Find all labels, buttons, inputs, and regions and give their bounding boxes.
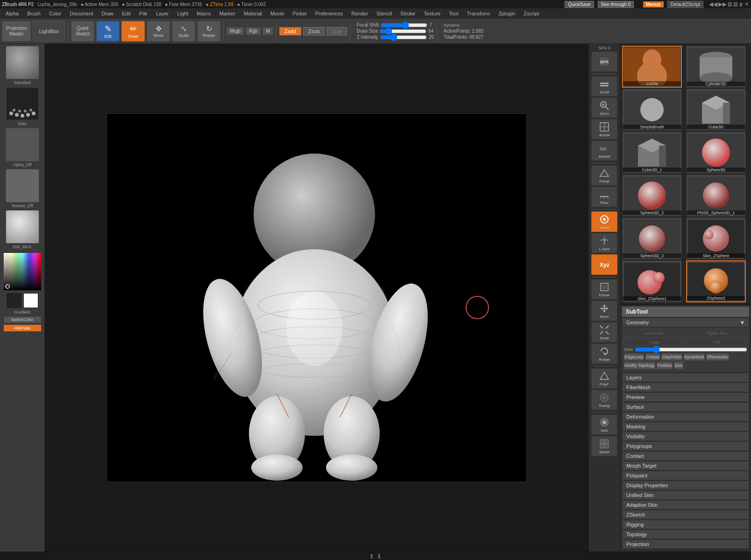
swatch-black[interactable] <box>7 293 21 308</box>
swatch-white[interactable] <box>23 293 38 308</box>
menu-transform[interactable]: Transform <box>463 10 494 17</box>
edgeloop-button[interactable]: EdgeLoop <box>624 353 644 361</box>
menu-light[interactable]: Light <box>173 10 192 17</box>
menu-alpha[interactable]: Alpha <box>2 10 22 17</box>
geometry-section[interactable]: Geometry ▼ <box>622 318 749 327</box>
lightbox-button[interactable]: LightBox <box>33 21 65 42</box>
solo-button[interactable]: Solo <box>591 414 617 435</box>
thumb-cube3d[interactable]: Cube3D <box>686 89 746 131</box>
zsketch-section[interactable]: ZSketch <box>622 510 749 519</box>
menu-marker[interactable]: Marker <box>216 10 239 17</box>
thumb-skin-zsphere[interactable]: Skin_ZSphere <box>686 217 746 259</box>
menu-zplugin[interactable]: Zplugin <box>495 10 519 17</box>
masking-section[interactable]: Masking <box>622 422 749 431</box>
projection-master-button[interactable]: ProjectionMaster <box>2 21 31 42</box>
thumb-sphere3d-2b[interactable]: Sphere3D_2 <box>622 217 682 259</box>
menu-render[interactable]: Render <box>347 10 372 17</box>
material-dw-wax[interactable]: DW_WAX <box>6 210 39 249</box>
menu-brush[interactable]: Brush <box>23 10 44 17</box>
rigging-section[interactable]: Rigging <box>622 520 749 529</box>
morph-target-section[interactable]: Morph Target <box>622 461 749 470</box>
material-texture-off[interactable]: Texture_Off <box>6 169 39 208</box>
deformation-section[interactable]: Deformation <box>622 412 749 421</box>
crease-button[interactable]: Crease <box>645 353 660 361</box>
rotate-button[interactable]: ↻ Rotate <box>197 21 220 42</box>
aahalf-button[interactable]: AA AAHalf <box>591 140 617 161</box>
switch-color-button[interactable]: SwitchColor <box>4 316 41 323</box>
menu-file[interactable]: File <box>135 10 151 17</box>
menus-button[interactable]: Menus <box>643 1 664 7</box>
material-dots[interactable]: Dots <box>6 87 39 126</box>
viewport[interactable] <box>106 113 527 482</box>
draw-size-slider[interactable] <box>380 29 426 33</box>
see-through-button[interactable]: See-through 0 <box>598 1 634 8</box>
move-tool-button[interactable]: Move <box>591 301 617 321</box>
thumb-simplebrush[interactable]: SimpleBrush <box>622 89 682 131</box>
thumb-zsphere2[interactable]: ZSphere2 <box>686 260 746 302</box>
polypaint-section[interactable]: Polypaint <box>622 471 749 480</box>
preview-section[interactable]: Preview <box>622 392 749 402</box>
menu-draw[interactable]: Draw <box>98 10 117 17</box>
persp-button[interactable]: Persp <box>591 165 617 186</box>
local-button[interactable]: Local <box>591 211 617 232</box>
menu-movie[interactable]: Movie <box>267 10 288 17</box>
color-canvas[interactable] <box>4 253 41 290</box>
menu-layer[interactable]: Layer <box>152 10 173 17</box>
menu-zscript[interactable]: Zscript <box>520 10 543 17</box>
menu-color[interactable]: Color <box>45 10 65 17</box>
thumb-lucha[interactable]: Lucha <box>622 46 682 88</box>
claypolish-button[interactable]: ClayPolish <box>661 353 682 361</box>
topology-section[interactable]: Topology <box>622 530 749 539</box>
menu-stroke[interactable]: Stroke <box>397 10 419 17</box>
menu-macro[interactable]: Macro <box>193 10 215 17</box>
m-button[interactable]: M <box>262 27 273 35</box>
material-alpha-off[interactable]: Alpha_Off <box>6 128 39 167</box>
surface-section[interactable]: Surface <box>622 402 749 412</box>
projection-section[interactable]: Projection <box>622 539 749 549</box>
higher-res-button[interactable]: Higher Res <box>687 329 748 337</box>
menu-preferences[interactable]: Preferences <box>312 10 347 17</box>
zremesher-button[interactable]: ZRemesher <box>706 353 729 361</box>
defaultzscript-button[interactable]: DefaultZScript <box>667 1 703 8</box>
material-standard[interactable]: Standard <box>6 46 39 85</box>
position-button[interactable]: Position <box>657 362 673 369</box>
thumb-sphere3d[interactable]: Sphere3D <box>686 132 746 174</box>
draw-button[interactable]: ✏ Draw <box>121 21 145 42</box>
transp-button[interactable]: Transp <box>591 390 617 410</box>
adaptive-skin-section[interactable]: Adaptive Skin <box>622 500 749 510</box>
quick-sketch-button[interactable]: QuickSketch <box>71 21 94 42</box>
zsub-button[interactable]: Zsub <box>303 27 325 35</box>
visibility-section[interactable]: Visibility <box>622 432 749 441</box>
rstr-button[interactable]: Rstr <box>687 338 748 346</box>
size-button[interactable]: Size <box>674 362 683 369</box>
canvas-area[interactable] <box>45 44 588 552</box>
menu-texture[interactable]: Texture <box>420 10 444 17</box>
scroll-button[interactable]: Scroll <box>591 76 617 97</box>
menu-picker[interactable]: Picker <box>289 10 311 17</box>
polyf-button[interactable]: PolyF <box>591 368 617 389</box>
bottom-arrow[interactable]: ⬆ ⬇ <box>369 553 382 560</box>
polygroups-section[interactable]: Polygroups <box>622 441 749 451</box>
quicksave-button[interactable]: QuickSave <box>565 1 594 8</box>
alternate-button[interactable]: Alternate <box>4 325 41 331</box>
menu-edit[interactable]: Edit <box>118 10 135 17</box>
unified-skin-section[interactable]: Unified Skin <box>622 490 749 500</box>
menu-tool[interactable]: Tool <box>445 10 462 17</box>
focal-shift-slider[interactable] <box>381 23 427 27</box>
thumb-cube3d-1[interactable]: Cube3D_1 <box>622 132 682 174</box>
cage-button[interactable]: Cage <box>624 338 685 346</box>
dynamesh-button[interactable]: DynaMesh <box>684 353 705 361</box>
z-intensity-slider[interactable] <box>380 35 427 39</box>
zcut-button[interactable]: Zcut <box>326 27 347 35</box>
lsym-button[interactable]: L.Sym <box>591 233 617 253</box>
color-picker[interactable] <box>4 253 41 290</box>
rgb-button[interactable]: Rgb <box>246 27 261 35</box>
edit-button[interactable]: ✎ Edit <box>96 21 120 42</box>
zoom-button[interactable]: Zoom <box>591 98 617 118</box>
xpose-button[interactable]: Xpose <box>591 436 617 456</box>
menu-material[interactable]: Material <box>240 10 266 17</box>
thumb-skin-zsphere1[interactable]: Skin_ZSphere1 <box>622 260 682 302</box>
thumb-sphere3d-2[interactable]: Sphere3D_2 <box>622 175 682 217</box>
xyz-button[interactable]: Xyz <box>591 254 617 275</box>
sdiv-slider[interactable] <box>635 348 747 351</box>
